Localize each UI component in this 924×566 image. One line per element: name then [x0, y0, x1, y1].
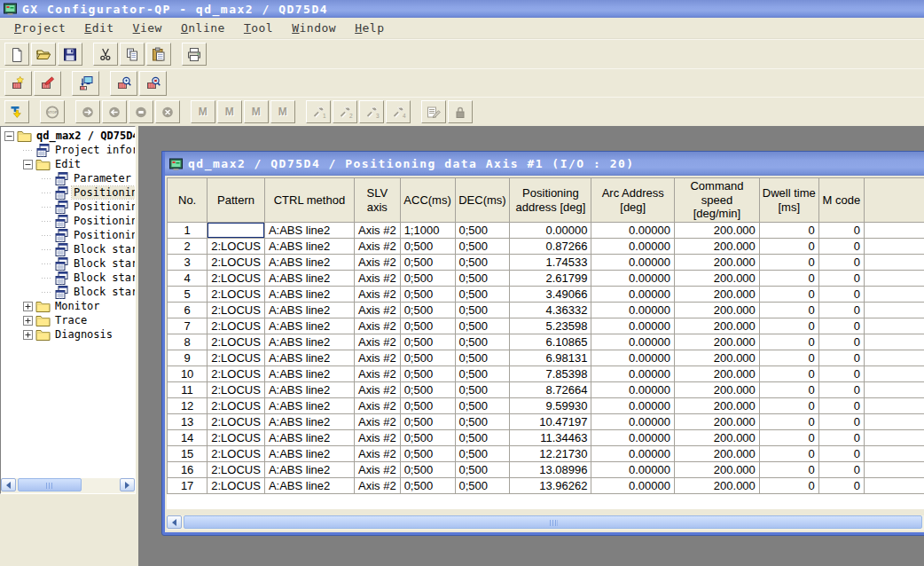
grid-cell[interactable]: [864, 239, 924, 255]
transfer-setup-button[interactable]: [72, 71, 99, 96]
grid-cell[interactable]: 0.00000: [591, 430, 675, 446]
grid-cell[interactable]: 2:LOCUS: [208, 255, 265, 271]
grid-cell[interactable]: 200.000: [675, 223, 760, 239]
grid-cell[interactable]: 0;500: [455, 398, 510, 414]
grid-cell[interactable]: 0;500: [455, 350, 510, 366]
grid-cell[interactable]: 13.96262: [510, 478, 591, 494]
grid-cell[interactable]: 9: [168, 350, 208, 366]
column-header-dec-ms[interactable]: DEC(ms): [455, 178, 510, 223]
grid-cell[interactable]: 0: [759, 239, 818, 255]
tool-hammer-button[interactable]: 3: [359, 100, 384, 123]
collapse-icon[interactable]: [23, 160, 33, 169]
grid-cell[interactable]: A:ABS line2: [264, 334, 354, 350]
grid-cell[interactable]: 2:LOCUS: [208, 303, 265, 318]
new-file-button[interactable]: [4, 43, 29, 66]
grid-cell[interactable]: 0;500: [455, 478, 510, 494]
grid-cell[interactable]: 0;500: [455, 318, 510, 334]
grid-cell[interactable]: 200.000: [675, 414, 760, 430]
edit-data-button[interactable]: [421, 100, 446, 123]
axis-stop-button[interactable]: [129, 100, 153, 123]
grid-cell[interactable]: A:ABS line2: [264, 350, 354, 366]
scroll-thumb[interactable]: [184, 515, 922, 529]
tree-item-monitor[interactable]: Monitor: [1, 299, 135, 313]
grid-cell[interactable]: [864, 414, 924, 430]
grid-cell[interactable]: 0: [759, 334, 818, 350]
grid-cell[interactable]: Axis #2: [355, 239, 401, 255]
collapse-icon[interactable]: [4, 131, 14, 141]
tool-hammer-button[interactable]: 4: [386, 100, 411, 123]
tree-item-positioning[interactable]: Positioning: [1, 185, 135, 200]
grid-horizontal-scrollbar[interactable]: [167, 515, 924, 531]
grid-cell[interactable]: Axis #2: [355, 382, 401, 398]
grid-cell[interactable]: 0: [759, 398, 818, 414]
new-module-button[interactable]: [4, 71, 32, 96]
grid-cell[interactable]: 200.000: [675, 287, 760, 303]
grid-cell[interactable]: [864, 382, 924, 398]
print-button[interactable]: [182, 43, 207, 66]
grid-cell[interactable]: 0.00000: [591, 462, 675, 478]
grid-cell[interactable]: 0.00000: [591, 350, 675, 366]
grid-cell[interactable]: 2:LOCUS: [208, 223, 265, 239]
menu-project[interactable]: Project: [7, 19, 73, 37]
grid-cell[interactable]: Axis #2: [355, 223, 401, 239]
expand-icon[interactable]: [23, 316, 33, 326]
menu-help[interactable]: Help: [348, 19, 391, 37]
column-header-dwell-time-ms[interactable]: Dwell time [ms]: [759, 178, 818, 223]
grid-cell[interactable]: 0;500: [400, 382, 455, 398]
grid-cell[interactable]: 0: [759, 446, 818, 462]
grid-cell[interactable]: 0;500: [455, 287, 510, 303]
grid-cell[interactable]: 0: [818, 239, 864, 255]
stop-button[interactable]: STOP: [40, 100, 65, 123]
grid-cell[interactable]: A:ABS line2: [264, 462, 354, 478]
tree-item-edit[interactable]: Edit: [1, 157, 135, 171]
grid-cell[interactable]: 0;500: [455, 446, 510, 462]
grid-cell[interactable]: Axis #2: [355, 255, 401, 271]
scroll-right-button[interactable]: [120, 478, 135, 491]
grid-cell[interactable]: Axis #2: [355, 271, 401, 287]
tree-item-parameter-d[interactable]: Parameter d: [1, 171, 135, 185]
grid-cell[interactable]: 6.98131: [510, 350, 591, 366]
tree-item-block-start[interactable]: Block start: [1, 271, 135, 285]
grid-cell[interactable]: [864, 430, 924, 446]
grid-cell[interactable]: 0;500: [455, 462, 510, 478]
grid-cell[interactable]: 8: [168, 334, 208, 350]
grid-cell[interactable]: 12: [168, 398, 208, 414]
grid-cell[interactable]: 2:LOCUS: [208, 398, 265, 414]
grid-cell[interactable]: 2: [168, 239, 208, 255]
column-header-ctrl-method[interactable]: CTRL method: [264, 178, 354, 223]
grid-cell[interactable]: 4.36332: [510, 303, 591, 318]
grid-cell[interactable]: 0: [818, 430, 864, 446]
column-header-acc-ms[interactable]: ACC(ms): [400, 178, 455, 223]
grid-cell[interactable]: 0.00000: [591, 334, 675, 350]
grid-cell[interactable]: 10: [168, 366, 208, 382]
grid-cell[interactable]: 0;500: [455, 303, 510, 318]
grid-cell[interactable]: 13.08996: [510, 462, 591, 478]
tree-item-project-inform[interactable]: Project inform: [1, 143, 135, 157]
main-titlebar[interactable]: GX Configurator-QP - qd_max2 / QD75D4: [0, 0, 924, 18]
grid-cell[interactable]: 0.00000: [591, 478, 675, 494]
grid-cell[interactable]: Axis #2: [355, 414, 401, 430]
grid-cell[interactable]: 0.00000: [591, 303, 675, 318]
grid-cell[interactable]: 0;500: [400, 239, 455, 255]
grid-cell[interactable]: A:ABS line2: [264, 366, 354, 382]
grid-cell[interactable]: 0.00000: [591, 318, 675, 334]
grid-cell[interactable]: 2:LOCUS: [208, 318, 265, 334]
grid-cell[interactable]: A:ABS line2: [264, 414, 354, 430]
grid-cell[interactable]: 0;500: [400, 398, 455, 414]
grid-cell[interactable]: 0;500: [400, 303, 455, 318]
grid-cell[interactable]: 200.000: [675, 271, 760, 287]
tool-hammer-button[interactable]: 2: [333, 100, 357, 123]
grid-cell[interactable]: [864, 255, 924, 271]
grid-cell[interactable]: 200.000: [675, 303, 760, 318]
grid-cell[interactable]: 7.85398: [510, 366, 591, 382]
grid-cell[interactable]: 0.00000: [591, 239, 675, 255]
tree-horizontal-scrollbar[interactable]: [1, 478, 135, 493]
grid-cell[interactable]: 3: [168, 255, 208, 271]
grid-cell[interactable]: [864, 287, 924, 303]
column-header-m-code[interactable]: M code: [818, 178, 864, 223]
column-header-slv-axis[interactable]: SLV axis: [355, 178, 401, 223]
expand-icon[interactable]: [23, 330, 33, 340]
grid-cell[interactable]: 0;500: [400, 334, 455, 350]
m-code-off-button[interactable]: MM: [270, 100, 295, 123]
grid-cell[interactable]: 0: [759, 414, 818, 430]
